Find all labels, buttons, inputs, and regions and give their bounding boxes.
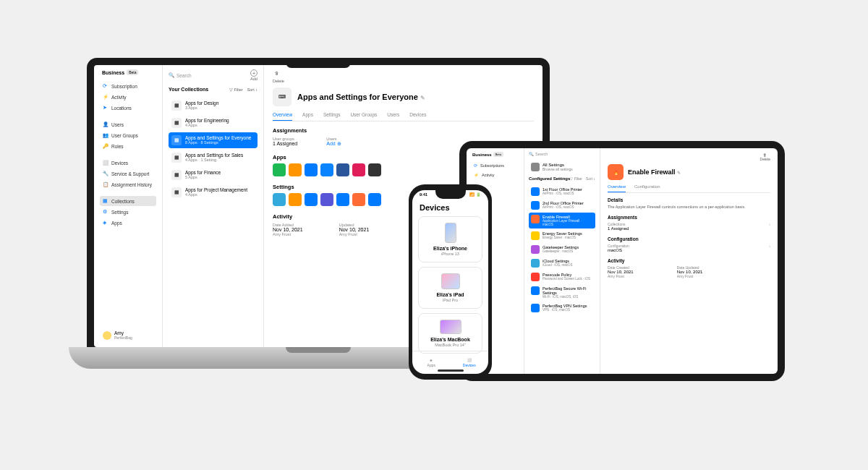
tab-settings[interactable]: Settings [323,112,341,121]
brand-name: Business [102,70,124,75]
app-icon[interactable] [336,163,349,176]
collection-item[interactable]: ▦Apps for Design3 Apps [169,98,258,114]
device-image [441,273,460,289]
date-added-user: Amy Frost [273,232,303,236]
setting-icon[interactable] [305,193,318,206]
home-indicator[interactable] [438,369,464,372]
status-time: 9:41 [420,192,427,197]
nav-activity[interactable]: ⚡Activity [100,92,156,102]
setting-icon[interactable] [352,193,365,206]
setting-icon[interactable] [289,193,302,206]
nav-devices[interactable]: ⬜Devices [100,158,156,168]
apps-icon: ◈ [430,358,433,362]
collection-item[interactable]: ▦Apps for Project Management4 Apps [169,184,258,200]
setting-item-icon [531,201,540,210]
refresh-icon: ⟳ [103,83,109,89]
device-card[interactable]: Eliza's MacBookMacBook Pro 14" [418,313,482,354]
nav-users[interactable]: 👤Users [100,119,156,129]
sort-button[interactable]: Sort ↕ [247,87,258,92]
setting-item-icon [531,231,540,240]
setting-item[interactable]: 2nd Floor Office PrinterAirPrint · iOS, … [529,199,595,212]
nav-service[interactable]: 🔧Service & Support [100,168,156,179]
edit-icon[interactable]: ✎ [677,171,681,175]
collection-icon: ▦ [171,187,182,197]
add-users-link[interactable]: Add ⊕ [326,141,341,147]
filter-button[interactable]: ▽ Filter [229,87,243,92]
setting-item[interactable]: iCloud SettingsiCloud · iOS, macOS [529,257,595,270]
app-icon[interactable] [320,163,333,176]
ipad-delete-button[interactable]: 🗑Delete [760,153,770,161]
all-settings-item[interactable]: All Settings Browse all settings [529,161,595,174]
setting-item[interactable]: 1st Floor Office PrinterAirPrint · iOS, … [529,185,595,198]
setting-icon[interactable] [368,193,381,206]
ipad-sort-button[interactable]: Sort ↕ [586,176,595,181]
collections-icon: ▦ [103,198,109,204]
user-profile[interactable]: Amy PerfectBag [100,328,156,343]
ipad-filter-button[interactable]: ▽ Filter [570,176,582,181]
app-icon[interactable] [368,163,381,176]
nav-user-groups[interactable]: 👥User Groups [100,130,156,140]
collections-value: 1 Assigned [608,226,629,231]
collection-item[interactable]: ▦Apps and Settings for Everyone8 Apps · … [169,132,258,148]
nav-subscription[interactable]: ⟳Subscription [100,81,156,91]
ipad-tab-configuration[interactable]: Configuration [634,184,660,192]
tab-user-groups[interactable]: User Groups [350,112,377,121]
collection-icon: ▦ [171,153,182,163]
device-card[interactable]: Eliza's iPadiPad Pro [418,267,482,309]
app-icon[interactable] [273,163,286,176]
ipad-device: Business Beta ⟳Subscriptions ⚡Activity 🔍… [459,141,785,381]
users-icon: 👤 [103,121,109,127]
tab-apps[interactable]: Apps [302,112,313,121]
activity-icon: ⚡ [103,94,109,100]
edit-icon[interactable]: ✎ [420,95,425,101]
setting-item[interactable]: PerfectBag VPN SettingsVPN · iOS, macOS [529,302,595,315]
nav-roles[interactable]: 🔑Roles [100,141,156,151]
app-icon[interactable] [305,163,318,176]
tab-overview[interactable]: Overview [273,112,292,121]
setting-item[interactable]: Gatekeeper SettingsGatekeeper · macOS [529,243,595,256]
ipad-search-input[interactable]: 🔍Search [529,152,595,156]
setting-item[interactable]: Energy Saver SettingsEnergy Saver · macO… [529,229,595,242]
nav-history[interactable]: 📋Assignment History [100,179,156,189]
collection-item[interactable]: ▦Apps and Settings for Sales4 Apps · 1 S… [169,150,258,166]
app-icon[interactable] [352,163,365,176]
ipad-assignments-heading: Assignments [608,215,770,220]
details-text: The Application Layer Firewall controls … [608,205,770,209]
nav-settings[interactable]: ⚙Settings [100,207,156,217]
key-icon: 🔑 [103,143,109,149]
tab-users[interactable]: Users [387,112,399,121]
setting-item[interactable]: Passcode PolicyPassword and Screen Lock … [529,270,595,283]
wrench-icon: 🔧 [103,171,109,176]
device-card[interactable]: Eliza's iPhoneiPhone 13 [418,216,482,262]
search-input[interactable]: 🔍Search [169,72,247,78]
collection-icon: ▦ [171,118,182,128]
avatar [103,331,111,340]
setting-icon[interactable] [273,193,286,206]
collection-item[interactable]: ▦Apps for Engineering4 Apps [169,115,258,131]
delete-button[interactable]: 🗑Delete [273,71,284,83]
app-icon[interactable] [289,163,302,176]
add-button[interactable]: +Add [250,69,258,81]
macbook-notch [286,58,351,68]
nav-locations[interactable]: ➤Locations [100,103,156,113]
collection-icon: ⌨ [273,87,292,106]
tab-devices[interactable]: Devices [409,112,426,121]
setting-item[interactable]: PerfectBag Secure Wi-Fi SettingsWi-Fi · … [529,284,595,301]
nav-apps[interactable]: ◈Apps [100,218,156,228]
setting-item[interactable]: Enable FirewallApplication Layer Firewal… [529,213,595,228]
firewall-icon: 🔥 [608,164,624,180]
ipad-nav-subscriptions[interactable]: ⟳Subscriptions [471,161,519,170]
collection-item[interactable]: ▦Apps for Finance5 Apps [169,167,258,183]
chevron-right-icon[interactable]: › [769,244,770,252]
setting-icon[interactable] [336,193,349,206]
chevron-right-icon[interactable]: › [769,222,770,231]
config-value: macOS [608,248,629,252]
ipad-nav-activity[interactable]: ⚡Activity [471,171,519,179]
setting-item-icon [531,273,540,281]
ipad-config-heading: Configuration [608,236,770,242]
ipad-tab-overview[interactable]: Overview [608,184,626,192]
collections-panel: 🔍Search +Add Your Collections ▽ Filter S… [163,65,264,347]
setting-icon[interactable] [320,193,333,206]
collection-icon: ▦ [171,170,182,180]
nav-collections[interactable]: ▦Collections [100,196,156,206]
